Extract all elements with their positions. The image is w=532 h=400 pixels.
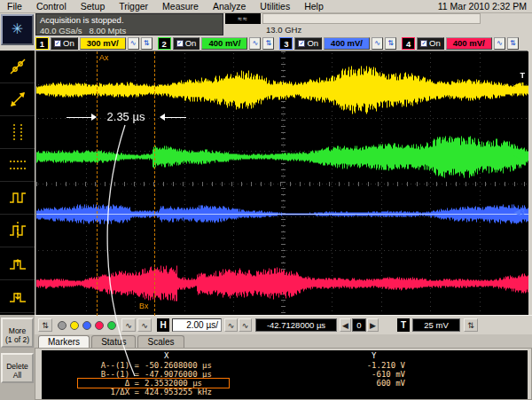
datetime-display: 11 Mar 2010 2:32 PM: [438, 1, 532, 12]
channel-2-scale-button[interactable]: 400 mV/: [201, 37, 247, 50]
channel-4-reference-marker[interactable]: ◀4: [514, 277, 525, 286]
channel-3-group: 3 ✓On 400 mV/ ∿ ⇅: [279, 37, 396, 50]
marker-tool-pulse-down-button[interactable]: [0, 280, 35, 313]
channel-3-coupling-button[interactable]: ∿: [372, 37, 383, 50]
menu-item-utilities[interactable]: Utilities: [253, 1, 297, 12]
marker-tool-track-button[interactable]: [0, 83, 35, 116]
marker-tool-vertical-cursors-button[interactable]: [0, 116, 35, 149]
position-decrement-button[interactable]: ◀: [340, 318, 351, 332]
marker-color-dot-red[interactable]: [95, 321, 104, 330]
markers-panel: X Y A--(1) = -50.2608000 µs -1.210 V B--…: [35, 348, 532, 400]
timebase-position-field[interactable]: -42.7128000 µs: [255, 318, 337, 332]
bandwidth-label: 13.0 GHz: [266, 25, 301, 35]
marker-tool-squarewave-cursor-button[interactable]: [0, 215, 35, 247]
channel-2-group: 2 ✓On 400 mV/ ∿ ⇅: [158, 37, 275, 50]
channel-1-reference-marker[interactable]: ◀1: [514, 81, 525, 90]
marker-b-line[interactable]: [154, 51, 155, 316]
channel-4-coupling-button[interactable]: ∿: [494, 37, 505, 50]
position-increment-button[interactable]: ▶: [367, 318, 379, 332]
channel-3-reference-marker[interactable]: ◀3: [514, 208, 525, 216]
left-triangle-icon: ◀: [514, 151, 520, 160]
menu-item-analyze[interactable]: Analyze: [206, 1, 253, 12]
delta-arrow-right-line: [161, 117, 186, 118]
marker-color-dot-blue[interactable]: [82, 321, 91, 330]
frequency-row: 1/ΔX = 424.953255 kHz: [42, 388, 528, 397]
channel-2-button[interactable]: 2: [158, 37, 171, 50]
channel-3-offset-button[interactable]: ⇅: [385, 37, 396, 50]
more-tools-button[interactable]: More(1 of 2): [1, 318, 34, 348]
marker-tool-pulse-up-button[interactable]: [0, 247, 35, 280]
channel-1-on-toggle[interactable]: ✓On: [51, 37, 78, 50]
left-triangle-icon: ◀: [514, 208, 520, 216]
left-triangle-icon: ◀: [514, 81, 520, 90]
marker-color-dot-green[interactable]: [107, 321, 116, 330]
menu-item-control[interactable]: Control: [29, 1, 74, 12]
status-recessed-strip: [262, 13, 481, 24]
channel-1-button[interactable]: 1: [35, 37, 49, 50]
menu-item-file[interactable]: File: [0, 1, 29, 12]
channel-1-group: 1 ✓On 300 mV/ ∿ ⇅: [35, 37, 153, 50]
acquisition-status-panel: Acquisition is stopped. 40.0 GSa/s 8.00 …: [35, 13, 223, 35]
marker-color-dot-gray[interactable]: [58, 321, 66, 330]
tab-status[interactable]: Status: [91, 335, 136, 348]
delta-arrow-right-head: [156, 114, 165, 121]
channel-3-on-toggle[interactable]: ✓On: [294, 37, 322, 50]
channel-4-on-toggle[interactable]: ✓On: [417, 37, 444, 50]
channel-2-coupling-button[interactable]: ∿: [249, 37, 261, 50]
diagonal-marker-icon: [7, 56, 28, 77]
channel-1-offset-button[interactable]: ⇅: [141, 37, 153, 50]
vertical-cursors-icon: [7, 122, 28, 143]
channel-3-button[interactable]: 3: [279, 37, 293, 50]
trigger-level-marker[interactable]: T: [520, 71, 526, 80]
waveform-zoom-button[interactable]: ∿: [121, 318, 136, 332]
delta-arrow-left-line: [66, 117, 91, 118]
channel-2-on-toggle[interactable]: ✓On: [173, 37, 200, 50]
check-icon: ✓: [420, 40, 427, 47]
channel-1-scale-button[interactable]: 300 mV/: [80, 37, 126, 50]
marker-tool-squarewave-button[interactable]: [0, 182, 35, 215]
waveform-pan-button[interactable]: ∿: [137, 318, 152, 332]
bandwidth-filter-button[interactable]: ≈≈: [225, 13, 261, 24]
memory-depth-text: 8.00 Mpts: [89, 26, 126, 35]
channel-2-offset-button[interactable]: ⇅: [262, 37, 274, 50]
hzoom-out-button[interactable]: ∿: [224, 318, 238, 332]
infiniium-logo-button[interactable]: ✳: [1, 14, 34, 45]
channel-4-button[interactable]: 4: [402, 37, 415, 50]
tab-scales[interactable]: Scales: [137, 335, 184, 348]
check-icon: ✓: [54, 40, 61, 47]
channel-2-reference-marker[interactable]: ◀2: [514, 151, 525, 160]
delete-all-button[interactable]: DeleteAll: [1, 353, 34, 383]
channel-1-coupling-button[interactable]: ∿: [128, 37, 139, 50]
horizontal-cursors-icon: [7, 154, 28, 176]
marker-b-tag: Bx: [139, 302, 149, 310]
channel-4-scale-button[interactable]: 400 mV/: [446, 37, 492, 50]
hzoom-in-button[interactable]: ∿: [239, 318, 252, 332]
scroll-toggle-button[interactable]: ⇅: [38, 318, 52, 332]
channel-4-group: 4 ✓On 400 mV/ ∿ ⇅: [402, 37, 519, 50]
pulse-down-icon: [7, 286, 28, 307]
waveform-display-area[interactable]: Ax Bx 2.35 µs T ◀1 ◀2 ◀3 ◀4: [35, 51, 528, 315]
marker-tool-horizontal-cursors-button[interactable]: [0, 149, 35, 182]
channel-4-offset-button[interactable]: ⇅: [507, 37, 519, 50]
y-column-header: Y: [372, 351, 376, 360]
tab-markers[interactable]: Markers: [38, 335, 90, 348]
menu-item-setup[interactable]: Setup: [74, 1, 112, 12]
waveform-canvas[interactable]: [36, 51, 528, 316]
menu-item-trigger[interactable]: Trigger: [112, 1, 155, 12]
trigger-level-field[interactable]: 25 mV: [412, 318, 460, 332]
check-icon: ✓: [298, 40, 305, 47]
pulse-up-icon: [7, 253, 28, 274]
x-column-header: X: [164, 351, 168, 360]
menu-item-help[interactable]: Help: [297, 1, 331, 12]
marker-tool-diagonal-button[interactable]: [0, 51, 35, 83]
delta-time-label: 2.35 µs: [98, 110, 154, 123]
channel-control-row: 1 ✓On 300 mV/ ∿ ⇅ 2 ✓On 400 mV/ ∿ ⇅ 3 ✓O…: [35, 35, 528, 51]
menu-item-measure[interactable]: Measure: [155, 1, 206, 12]
timebase-scale-field[interactable]: 2.00 µs/: [172, 318, 222, 332]
trigger-level-updown-button[interactable]: ⇅: [464, 318, 478, 332]
marker-toolbar: More(1 of 2) DeleteAll: [0, 51, 35, 400]
channel-3-scale-button[interactable]: 400 mV/: [324, 37, 370, 50]
marker-color-dot-yellow[interactable]: [70, 321, 79, 330]
oscilloscope-app: File Control Setup Trigger Measure Analy…: [0, 0, 532, 400]
marker-a-line[interactable]: [97, 51, 98, 316]
